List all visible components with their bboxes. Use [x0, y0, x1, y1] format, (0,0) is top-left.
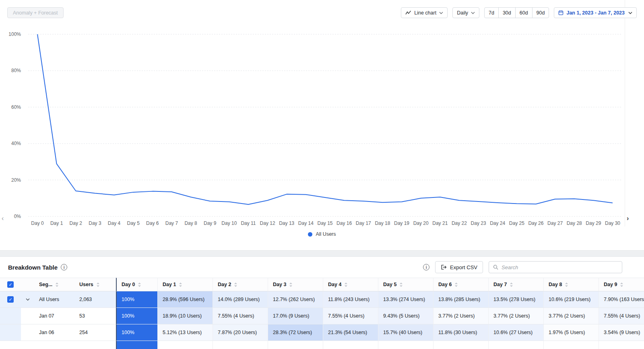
day-6-cell: [433, 341, 488, 349]
day-0-cell: 100%: [116, 324, 157, 341]
x-tick-label: Day 8: [184, 220, 197, 226]
select-all-cell[interactable]: ✓: [0, 278, 21, 291]
row-select-cell[interactable]: [0, 324, 21, 341]
x-tick-label: Day 6: [146, 220, 159, 226]
segment-cell: Jan 06: [34, 324, 74, 341]
day-3-cell: [268, 341, 323, 349]
table-info-icon[interactable]: i: [423, 264, 429, 270]
day-4-cell: 21.3% (54 Users): [323, 324, 378, 341]
row-expand-cell[interactable]: [21, 291, 34, 308]
breakdown-table-panel: Breakdown Table i i Export CSV: [0, 256, 644, 349]
column-header-day-7[interactable]: Day 7: [488, 278, 543, 291]
x-tick-label: Day 3: [89, 220, 101, 226]
day-3-cell: 17.0% (9 Users): [268, 308, 323, 324]
column-header-day-3[interactable]: Day 3: [268, 278, 323, 291]
range-90d-button[interactable]: 90d: [532, 7, 549, 18]
table-row-all-users[interactable]: ✓All Users2,063100%28.9% (596 Users)14.0…: [0, 291, 644, 308]
day-5-cell: [378, 341, 433, 349]
x-tick-label: Day 10: [221, 220, 237, 226]
column-header-label: Users: [79, 282, 93, 287]
row-expand-cell: [21, 324, 34, 341]
column-header-day-8[interactable]: Day 8: [543, 278, 599, 291]
column-header-day-1[interactable]: Day 1: [157, 278, 213, 291]
row-select-cell[interactable]: [0, 341, 21, 349]
users-cell: 254: [74, 324, 116, 341]
day-2-cell: [213, 341, 268, 349]
row-select-cell[interactable]: [0, 308, 21, 324]
column-header-label: Day 9: [604, 282, 617, 287]
chart-legend[interactable]: All Users: [0, 231, 644, 237]
search-box[interactable]: [489, 261, 622, 273]
scroll-left-button[interactable]: ‹: [2, 215, 4, 222]
chart-type-dropdown[interactable]: Line chart: [401, 7, 448, 18]
date-range-label: Jan 1, 2023 - Jan 7, 2023: [566, 10, 625, 16]
legend-dot-all-users: [308, 232, 312, 237]
anomaly-forecast-button[interactable]: Anomaly + Forecast: [7, 7, 64, 18]
chevron-down-icon: [628, 12, 632, 14]
column-header-day-5[interactable]: Day 5: [378, 278, 433, 291]
retention-analysis-page: Anomaly + Forecast Line chart Daily 7d30…: [0, 0, 644, 349]
legend-label-all-users: All Users: [316, 231, 336, 237]
scroll-right-button[interactable]: ›: [627, 215, 629, 222]
users-cell: [74, 341, 116, 349]
y-tick-label: 60%: [11, 104, 21, 110]
day-9-cell: 7.90% (163 Users): [599, 291, 644, 308]
title-info-icon[interactable]: i: [61, 264, 67, 270]
expand-column-header: [21, 278, 34, 291]
x-tick-label: Day 20: [413, 220, 429, 226]
sort-icon: [400, 283, 402, 287]
breakdown-table-actions: i Export CSV: [423, 261, 622, 273]
search-icon: [493, 264, 498, 270]
row-expand-cell: [21, 308, 34, 324]
column-header-users[interactable]: Users: [74, 278, 116, 291]
x-tick-label: Day 9: [204, 220, 217, 226]
day-8-cell: 1.97% (5 Users): [543, 324, 599, 341]
column-header-day-2[interactable]: Day 2: [213, 278, 268, 291]
sort-icon: [345, 283, 347, 287]
range-30d-button[interactable]: 30d: [498, 7, 516, 18]
search-input[interactable]: [502, 264, 618, 270]
column-header-day-9[interactable]: Day 9: [599, 278, 644, 291]
x-tick-label: Day 15: [317, 220, 332, 226]
x-tick-label: Day 16: [336, 220, 352, 226]
sort-icon: [97, 283, 99, 287]
breakdown-table-title-group: Breakdown Table i: [8, 264, 67, 271]
checkbox[interactable]: ✓: [7, 296, 14, 303]
y-tick-label: 40%: [11, 141, 21, 146]
x-tick-label: Day 11: [241, 220, 256, 226]
granularity-dropdown[interactable]: Daily: [452, 7, 479, 18]
x-tick-label: Day 4: [108, 220, 121, 226]
x-tick-label: Day 30: [605, 220, 620, 226]
day-9-cell: 3.54% (9 Users): [599, 324, 644, 341]
sort-icon: [565, 283, 568, 287]
range-60d-button[interactable]: 60d: [515, 7, 533, 18]
segment-cell: [34, 341, 74, 349]
export-csv-button[interactable]: Export CSV: [435, 261, 483, 273]
segment-cell: All Users: [34, 291, 74, 308]
y-tick-label: 20%: [11, 177, 21, 183]
retention-line-chart: 0%20%40%60%80%100%Day 0Day 1Day 2Day 3Da…: [0, 0, 644, 242]
date-range-picker[interactable]: Jan 1, 2023 - Jan 7, 2023: [554, 7, 637, 18]
table-row-partial[interactable]: [0, 341, 644, 349]
day-4-cell: [323, 341, 378, 349]
column-header-day-6[interactable]: Day 6: [433, 278, 488, 291]
sort-icon: [289, 283, 292, 287]
checkbox[interactable]: ✓: [7, 281, 14, 288]
column-header-label: Seg...: [39, 282, 52, 287]
column-header-day-4[interactable]: Day 4: [323, 278, 378, 291]
day-1-cell: [157, 341, 213, 349]
day-7-cell: 13.5% (278 Users): [488, 291, 543, 308]
day-3-cell: 28.3% (72 Users): [268, 324, 323, 341]
day-8-cell: 10.6% (219 Users): [543, 291, 599, 308]
range-7d-button[interactable]: 7d: [484, 7, 499, 18]
column-header-day-0[interactable]: Day 0: [116, 278, 157, 291]
x-tick-label: Day 1: [50, 220, 63, 226]
table-row-jan-07[interactable]: Jan 0753100%18.9% (10 Users)7.55% (4 Use…: [0, 308, 644, 324]
column-header-seg-[interactable]: Seg...: [34, 278, 74, 291]
sort-icon: [455, 283, 458, 287]
table-row-jan-06[interactable]: Jan 06254100%5.12% (13 Users)7.87% (20 U…: [0, 324, 644, 341]
row-select-cell[interactable]: ✓: [0, 291, 21, 308]
x-tick-label: Day 29: [586, 220, 601, 226]
x-tick-label: Day 12: [260, 220, 275, 226]
day-9-cell: [599, 341, 644, 349]
